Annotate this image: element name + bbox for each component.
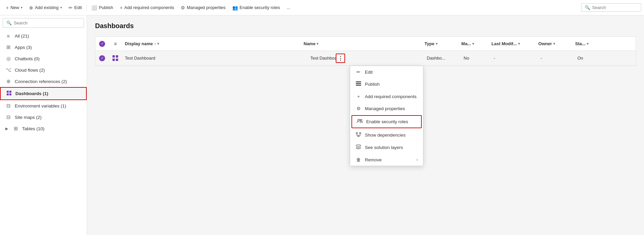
cm-show-dependencies-label: Show dependencies: [365, 133, 406, 138]
new-button[interactable]: + New ▾: [3, 3, 26, 12]
svg-rect-13: [356, 133, 357, 134]
site-maps-icon: ⊟: [5, 114, 11, 120]
top-search-box[interactable]: 🔍: [581, 3, 641, 12]
more-label: ...: [287, 5, 290, 10]
publish-button[interactable]: ⬜ Publish: [88, 3, 116, 12]
cm-publish[interactable]: Publish: [350, 78, 423, 90]
publish-label: Publish: [99, 5, 113, 10]
cm-show-dependencies-icon: [355, 132, 361, 138]
cm-add-required[interactable]: + Add required components: [350, 90, 423, 102]
sidebar-search-icon: 🔍: [6, 20, 12, 25]
cm-managed-props-label: Managed properties: [365, 106, 405, 111]
sidebar-item-all[interactable]: ≡ All (21): [0, 30, 87, 42]
toolbar-right: 🔍: [581, 3, 641, 12]
svg-point-20: [356, 145, 361, 147]
plus-icon: +: [6, 5, 9, 10]
sidebar-item-env-vars[interactable]: ⊟ Environment variables (1): [0, 100, 87, 111]
table-row[interactable]: ✓ Test Dashboard ⋮ Test Dashboard Dashbo…: [95, 51, 636, 66]
th-ma-chevron-icon: ▾: [472, 42, 474, 46]
sidebar-item-site-maps-label: Site maps (2): [15, 115, 81, 120]
th-display-name[interactable]: Display name ↑ ▾: [122, 41, 301, 46]
edit-button[interactable]: ✏ Edit: [65, 3, 85, 12]
dashboards-icon: [6, 90, 12, 97]
sidebar: 🔍 ≡ All (21) ⊞ Apps (3) ◎ Chatbots (0) ⌥…: [0, 15, 87, 235]
edit-icon: ✏: [69, 5, 73, 10]
dashboards-table: ✓ ≡ Display name ↑ ▾ Name ▾ Type ▾: [95, 36, 636, 66]
enable-security-button[interactable]: 👥 Enable security roles: [229, 3, 284, 12]
sidebar-item-apps[interactable]: ⊞ Apps (3): [0, 42, 87, 53]
more-button[interactable]: ...: [283, 3, 294, 12]
add-existing-label: Add existing: [35, 5, 59, 10]
page-title: Dashboards: [95, 22, 636, 30]
td-check[interactable]: ✓: [95, 55, 109, 61]
svg-rect-4: [112, 55, 115, 58]
svg-rect-5: [116, 55, 118, 58]
th-type[interactable]: Type ▾: [422, 41, 459, 46]
td-status: On: [575, 56, 636, 61]
cm-remove-arrow-icon: ›: [416, 157, 418, 162]
th-name[interactable]: Name ▾: [301, 41, 422, 46]
th-owner[interactable]: Owner ▾: [536, 41, 572, 46]
td-last-modified: -: [491, 56, 538, 61]
chatbots-icon: ◎: [5, 56, 11, 62]
th-type-chevron-icon: ▾: [436, 42, 437, 46]
th-status[interactable]: Sta... ▾: [572, 41, 636, 46]
sidebar-item-dashboards[interactable]: Dashboards (1): [0, 87, 87, 100]
svg-rect-6: [112, 59, 115, 61]
sidebar-item-connection-refs[interactable]: ⊕ Connection references (2): [0, 76, 87, 87]
sidebar-item-connection-refs-label: Connection references (2): [15, 79, 81, 84]
sidebar-item-cloud-flows[interactable]: ⌥ Cloud flows (2): [0, 64, 87, 76]
cm-enable-security-label: Enable security roles: [366, 119, 408, 124]
th-ma-label: Ma...: [461, 41, 471, 46]
cm-edit-label: Edit: [365, 70, 373, 75]
td-name: Test Dashboard: [294, 56, 424, 61]
th-last-modified[interactable]: Last Modif... ▾: [489, 41, 536, 46]
sidebar-item-apps-label: Apps (3): [15, 45, 81, 50]
managed-props-label: Managed properties: [187, 5, 226, 10]
sidebar-item-tables[interactable]: ▶ ⊞ Tables (10): [0, 123, 87, 134]
td-type: Dashbo...: [424, 56, 461, 61]
sidebar-search-input[interactable]: [14, 20, 80, 25]
th-name-chevron-icon: ▾: [317, 42, 318, 46]
apps-icon: ⊞: [5, 44, 11, 50]
row-more-button[interactable]: ⋮: [336, 54, 345, 63]
sidebar-item-site-maps[interactable]: ⊟ Site maps (2): [0, 111, 87, 123]
cm-managed-props[interactable]: ⚙ Managed properties: [350, 102, 423, 114]
sort-asc-icon: ↑: [154, 42, 156, 46]
tables-icon: ⊞: [13, 126, 19, 132]
cm-edit[interactable]: ✏ Edit: [350, 66, 423, 78]
th-name-label: Name: [304, 41, 315, 46]
cm-remove[interactable]: 🗑 Remove ›: [350, 154, 423, 166]
table-header: ✓ ≡ Display name ↑ ▾ Name ▾ Type ▾: [95, 37, 636, 51]
cm-show-dependencies[interactable]: Show dependencies: [350, 129, 423, 141]
svg-rect-14: [359, 133, 361, 134]
managed-props-icon: ⚙: [181, 5, 185, 10]
search-icon: 🔍: [585, 5, 590, 10]
svg-rect-8: [356, 81, 361, 82]
main-layout: 🔍 ≡ All (21) ⊞ Apps (3) ◎ Chatbots (0) ⌥…: [0, 15, 644, 235]
svg-rect-10: [356, 85, 361, 86]
sidebar-item-env-vars-label: Environment variables (1): [15, 103, 81, 108]
svg-rect-1: [9, 91, 11, 93]
cm-remove-icon: 🗑: [355, 157, 361, 162]
cm-enable-security-icon: [357, 119, 363, 125]
managed-props-button[interactable]: ⚙ Managed properties: [177, 3, 229, 12]
add-existing-button[interactable]: ⊕ Add existing ▾: [26, 3, 65, 12]
row-check-icon: ✓: [99, 55, 105, 61]
cm-enable-security[interactable]: Enable security roles: [351, 115, 422, 128]
sidebar-item-chatbots[interactable]: ◎ Chatbots (0): [0, 53, 87, 64]
cm-see-solution-layers[interactable]: See solution layers: [350, 141, 423, 154]
svg-point-11: [358, 119, 360, 121]
new-label: New: [10, 5, 19, 10]
cm-publish-label: Publish: [365, 82, 380, 87]
svg-rect-7: [116, 59, 118, 61]
check-all-icon: ✓: [99, 41, 105, 47]
top-search-input[interactable]: [592, 5, 638, 10]
th-check[interactable]: ✓: [95, 41, 109, 47]
cm-solution-layers-label: See solution layers: [365, 145, 403, 150]
list-view-icon: ≡: [114, 41, 117, 47]
th-ma[interactable]: Ma... ▾: [459, 41, 489, 46]
sidebar-search-box[interactable]: 🔍: [3, 18, 84, 28]
cm-managed-props-icon: ⚙: [355, 106, 361, 111]
add-required-button[interactable]: + Add required components: [116, 3, 177, 12]
